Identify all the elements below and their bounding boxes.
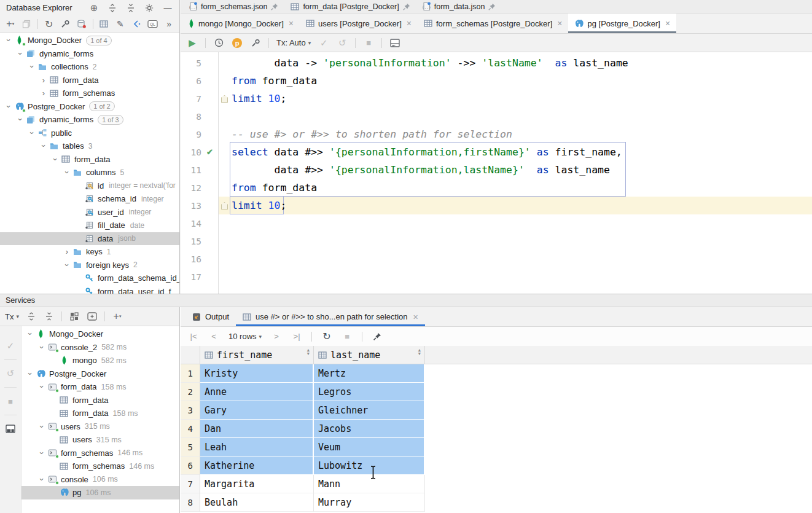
grid-cell[interactable]: Dan (200, 420, 314, 438)
grid-cell[interactable]: Jacobs (314, 420, 425, 438)
tree-row[interactable]: ›form_data (0, 153, 179, 166)
page-size-select[interactable]: 10 rows▾ (228, 332, 262, 341)
more-button[interactable]: » (164, 18, 175, 29)
chevron-down-icon[interactable]: › (4, 101, 14, 111)
query-console-button[interactable]: QL (147, 18, 158, 29)
edit-button[interactable]: ✎ (115, 18, 126, 29)
row-number-cell[interactable]: 6 (181, 456, 200, 475)
tree-row[interactable]: ›Postgre_Docker (21, 367, 179, 381)
tree-row[interactable]: ›form_data (21, 394, 179, 407)
refresh-dark-button[interactable]: ↻ (321, 331, 332, 342)
tree-row[interactable]: ›dynamic_forms (0, 47, 179, 61)
grid-cell[interactable]: Gary (200, 401, 314, 420)
chevron-down-icon[interactable]: › (4, 36, 14, 45)
pin-icon[interactable] (271, 3, 278, 10)
chevron-down-icon[interactable]: › (16, 49, 25, 58)
code-line[interactable] (219, 108, 812, 125)
chevron-right-icon[interactable]: › (39, 76, 49, 85)
tree-row[interactable]: ›pg106 ms (21, 486, 179, 499)
stop-button[interactable]: ■ (363, 37, 374, 49)
chevron-down-icon[interactable]: › (63, 168, 72, 178)
collapse-all-button[interactable] (125, 2, 136, 14)
code-line[interactable]: data #>> '{personalInformation,lastName}… (219, 161, 812, 179)
grid-cell[interactable]: Gleichner (314, 401, 425, 420)
tree-row[interactable]: ›form_data_user_id_f (0, 285, 179, 294)
collapse-all-button[interactable] (44, 311, 55, 322)
chevron-down-icon[interactable]: › (28, 62, 37, 72)
code-line[interactable]: data -> 'personalInformation' ->> 'lastN… (219, 54, 812, 72)
code-line[interactable] (219, 250, 812, 268)
console-tab[interactable]: users [Postgre_Docker]× (300, 14, 418, 33)
stop-button[interactable]: ■ (0, 389, 21, 413)
console-tab[interactable]: mongo [Mongo_Docker]× (182, 14, 300, 33)
rollback-button[interactable]: ↺ (337, 37, 348, 49)
chevron-down-icon[interactable]: › (28, 128, 37, 138)
row-number-cell[interactable]: 1 (181, 364, 200, 383)
code-line[interactable]: from form_data (219, 179, 812, 197)
tree-row[interactable]: ›user_idinteger (0, 206, 179, 219)
nav-next-button[interactable]: > (271, 331, 282, 342)
row-number-cell[interactable]: 3 (181, 401, 200, 420)
file-tab[interactable]: {..}form_data.json (416, 0, 502, 14)
console-tab[interactable]: form_schemas [Postgre_Docker]× (418, 14, 568, 33)
chevron-down-icon[interactable]: › (39, 141, 49, 151)
tree-row[interactable]: ›fill_datedate (0, 219, 179, 232)
chevron-down-icon[interactable]: › (63, 260, 72, 270)
tree-row[interactable]: ›users315 ms (21, 420, 179, 434)
tree-row[interactable]: ›Mongo_Docker (21, 327, 179, 341)
column-header-first_name[interactable]: first_name▲▼ (200, 346, 314, 364)
chevron-down-icon[interactable]: › (37, 448, 47, 458)
grid-cell[interactable]: Anne (200, 383, 314, 401)
grid-cell[interactable]: Mertz (314, 364, 425, 383)
chevron-down-icon[interactable]: › (37, 382, 47, 392)
parameters-button[interactable]: p (232, 37, 243, 49)
chevron-down-icon[interactable]: › (26, 369, 35, 378)
grid-cell[interactable]: Margarita (200, 475, 314, 493)
tree-row[interactable]: ›form_schemas146 ms (21, 447, 179, 460)
code-line[interactable]: from form_data (219, 72, 812, 90)
close-icon[interactable]: × (665, 18, 670, 28)
row-number-cell[interactable]: 7 (181, 475, 200, 493)
add-button[interactable]: +▾ (112, 311, 123, 322)
tree-row[interactable]: ›console_2582 ms (21, 341, 179, 354)
tree-row[interactable]: ›form_data158 ms (21, 380, 179, 394)
close-icon[interactable]: × (557, 18, 562, 28)
table-row[interactable]: 4DanJacobs (181, 420, 812, 438)
duplicate-button[interactable] (21, 18, 33, 29)
tree-row[interactable]: ›dynamic_forms1 of 3 (0, 113, 179, 127)
nav-last-button[interactable]: >| (291, 331, 302, 342)
table-row[interactable]: 5LeahVeum (181, 438, 812, 456)
close-icon[interactable]: × (289, 18, 294, 28)
commit-button[interactable]: ✓ (0, 334, 21, 358)
table-row[interactable]: 2AnneLegros (181, 383, 812, 401)
code-line[interactable]: select data #>> '{personalInformation,fi… (219, 143, 812, 161)
data-view-button[interactable] (99, 18, 110, 29)
services-tx-button[interactable]: Tx▾ (5, 312, 19, 321)
table-row[interactable]: 7MargaritaMann (181, 475, 812, 493)
expand-all-button[interactable] (26, 311, 37, 322)
datasource-properties-button[interactable] (250, 37, 261, 49)
result-tab[interactable]: use #> or #>> to sho...en path for selec… (236, 307, 425, 326)
add-button[interactable]: +▾ (5, 18, 16, 29)
row-number-cell[interactable]: 5 (181, 438, 200, 456)
output-layout-button[interactable] (389, 37, 400, 49)
detach-db-button[interactable] (76, 18, 87, 29)
row-number-cell[interactable]: 4 (181, 420, 200, 438)
row-number-cell[interactable]: 8 (181, 493, 200, 512)
code-line[interactable]: limit 10; (219, 90, 812, 108)
chevron-down-icon[interactable]: › (37, 342, 47, 352)
chevron-down-icon[interactable]: › (37, 474, 47, 484)
nav-prev-button[interactable]: < (208, 331, 219, 342)
datasource-properties-button[interactable] (60, 18, 71, 29)
settings-button[interactable] (144, 2, 155, 14)
tree-row[interactable]: ›Mongo_Docker1 of 4 (0, 34, 179, 47)
tree-row[interactable]: ›mongo582 ms (21, 354, 179, 367)
hide-button[interactable]: — (162, 2, 173, 14)
refresh-button[interactable]: ↻ (44, 18, 55, 29)
tree-row[interactable]: ›schema_idinteger (0, 192, 179, 206)
expand-all-button[interactable] (107, 2, 118, 14)
table-row[interactable]: 6KatherineLubowitz (181, 456, 812, 475)
grid-cell[interactable]: Kristy (200, 364, 314, 383)
pin-icon[interactable] (488, 3, 496, 10)
tree-row[interactable]: ›form_schemas146 ms (21, 460, 179, 473)
